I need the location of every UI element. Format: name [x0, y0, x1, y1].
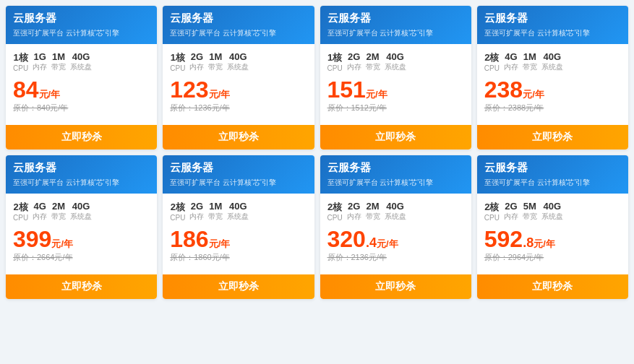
price-integer: 151: [327, 77, 366, 103]
card-subtitle: 至强可扩展平台 云计算核'芯'引擎: [327, 178, 464, 188]
buy-button[interactable]: 立即秒杀: [477, 274, 628, 299]
price-main: 592.8元/年: [484, 228, 621, 251]
price-area: 123元/年 原价：1236元/年: [170, 78, 307, 113]
card-subtitle: 至强可扩展平台 云计算核'芯'引擎: [484, 28, 621, 38]
spec-disk: 40G 系统盘: [227, 51, 249, 72]
price-main: 151元/年: [327, 78, 464, 101]
buy-button[interactable]: 立即秒杀: [320, 274, 471, 299]
specs-row: 2核 CPU 4G 内存 2M 带宽 40G 系统盘: [13, 201, 150, 222]
disk-label: 系统盘: [70, 212, 92, 222]
specs-row: 2核 CPU 4G 内存 1M 带宽 40G 系统盘: [484, 51, 621, 72]
cpu-label: CPU: [327, 64, 343, 72]
spec-cpu: 1核 CPU: [13, 51, 28, 72]
card-body: 1核 CPU 2G 内存 1M 带宽 40G 系统盘: [163, 44, 314, 125]
specs-row: 1核 CPU 2G 内存 1M 带宽 40G 系统盘: [170, 51, 307, 72]
card-body: 1核 CPU 1G 内存 1M 带宽 40G 系统盘: [6, 44, 157, 125]
mem-value: 1G: [33, 51, 46, 62]
spec-mem: 2G 内存: [347, 51, 361, 72]
mem-label: 内存: [33, 212, 47, 222]
spec-disk: 40G 系统盘: [541, 201, 563, 222]
spec-bandwidth: 1M 带宽: [208, 201, 223, 222]
card-title: 云服务器: [327, 161, 464, 175]
price-main: 123元/年: [170, 78, 307, 101]
card-header: 云服务器 至强可扩展平台 云计算核'芯'引擎: [163, 155, 314, 194]
disk-value: 40G: [72, 201, 90, 212]
buy-button[interactable]: 立即秒杀: [163, 274, 314, 299]
mem-value: 4G: [505, 51, 517, 62]
spec-bandwidth: 2M 带宽: [366, 201, 380, 222]
price-decimal: .8: [523, 235, 534, 250]
server-card-3: 云服务器 至强可扩展平台 云计算核'芯'引擎 1核 CPU 2G 内存 2M 带…: [320, 6, 471, 150]
card-title: 云服务器: [327, 12, 464, 25]
buy-button[interactable]: 立即秒杀: [6, 274, 157, 299]
bandwidth-value: 5M: [523, 201, 536, 212]
spec-bandwidth: 1M 带宽: [51, 51, 66, 72]
disk-label: 系统盘: [385, 212, 406, 222]
cpu-label: CPU: [13, 64, 28, 72]
price-main: 320.4元/年: [327, 228, 464, 251]
card-title: 云服务器: [170, 12, 307, 25]
price-unit: 元/年: [366, 89, 387, 100]
bandwidth-label: 带宽: [208, 212, 223, 222]
cpu-value: 2核: [13, 201, 27, 214]
card-body: 1核 CPU 2G 内存 2M 带宽 40G 系统盘: [320, 44, 471, 125]
disk-value: 40G: [544, 201, 562, 212]
price-unit: 元/年: [523, 89, 544, 100]
price-main: 186元/年: [170, 228, 307, 251]
disk-value: 40G: [229, 201, 247, 212]
spec-cpu: 2核 CPU: [484, 51, 500, 72]
cpu-label: CPU: [170, 64, 185, 72]
card-body: 2核 CPU 2G 内存 5M 带宽 40G 系统盘: [477, 194, 628, 274]
price-unit: 元/年: [534, 238, 555, 249]
spec-mem: 1G 内存: [33, 51, 47, 72]
price-original: 原价：2664元/年: [13, 252, 150, 263]
price-area: 320.4元/年 原价：2136元/年: [327, 228, 464, 263]
disk-value: 40G: [544, 51, 562, 62]
mem-label: 内存: [189, 212, 204, 222]
card-subtitle: 至强可扩展平台 云计算核'芯'引擎: [484, 178, 621, 188]
mem-label: 内存: [189, 62, 204, 72]
card-header: 云服务器 至强可扩展平台 云计算核'芯'引擎: [477, 155, 628, 194]
cpu-value: 1核: [327, 51, 342, 64]
card-title: 云服务器: [13, 12, 150, 25]
mem-value: 2G: [191, 51, 203, 62]
price-decimal: .4: [366, 235, 377, 250]
card-subtitle: 至强可扩展平台 云计算核'芯'引擎: [13, 178, 150, 188]
specs-row: 2核 CPU 2G 内存 1M 带宽 40G 系统盘: [170, 201, 307, 222]
cpu-value: 1核: [13, 51, 27, 64]
specs-row: 2核 CPU 2G 内存 2M 带宽 40G 系统盘: [327, 201, 464, 222]
buy-button[interactable]: 立即秒杀: [163, 125, 314, 150]
spec-disk: 40G 系统盘: [541, 51, 563, 72]
server-card-5: 云服务器 至强可扩展平台 云计算核'芯'引擎 2核 CPU 4G 内存 2M 带…: [6, 155, 157, 299]
price-original: 原价：1860元/年: [170, 252, 307, 263]
spec-cpu: 2核 CPU: [484, 201, 500, 222]
price-original: 原价：2388元/年: [484, 103, 621, 113]
server-card-4: 云服务器 至强可扩展平台 云计算核'芯'引擎 2核 CPU 4G 内存 1M 带…: [477, 6, 628, 150]
server-card-2: 云服务器 至强可扩展平台 云计算核'芯'引擎 1核 CPU 2G 内存 1M 带…: [163, 6, 314, 150]
card-header: 云服务器 至强可扩展平台 云计算核'芯'引擎: [320, 155, 471, 194]
card-subtitle: 至强可扩展平台 云计算核'芯'引擎: [327, 28, 464, 38]
price-unit: 元/年: [51, 238, 73, 249]
bandwidth-label: 带宽: [523, 62, 537, 72]
spec-disk: 40G 系统盘: [70, 201, 92, 222]
card-title: 云服务器: [484, 12, 621, 25]
buy-button[interactable]: 立即秒杀: [6, 125, 157, 150]
cpu-label: CPU: [170, 214, 185, 222]
cpu-label: CPU: [13, 214, 28, 222]
buy-button[interactable]: 立即秒杀: [320, 125, 471, 150]
mem-label: 内存: [347, 62, 361, 72]
bandwidth-label: 带宽: [208, 62, 223, 72]
bandwidth-value: 1M: [209, 51, 222, 62]
price-area: 84元/年 原价：840元/年: [13, 78, 150, 113]
spec-mem: 2G 内存: [347, 201, 361, 222]
price-area: 238元/年 原价：2388元/年: [484, 78, 621, 113]
card-title: 云服务器: [13, 161, 150, 175]
spec-cpu: 2核 CPU: [327, 201, 343, 222]
card-body: 2核 CPU 4G 内存 2M 带宽 40G 系统盘: [6, 194, 157, 274]
cpu-label: CPU: [484, 64, 500, 72]
mem-value: 2G: [191, 201, 203, 212]
buy-button[interactable]: 立即秒杀: [477, 125, 628, 150]
spec-bandwidth: 2M 带宽: [366, 51, 380, 72]
card-body: 2核 CPU 2G 内存 2M 带宽 40G 系统盘: [320, 194, 471, 274]
cpu-label: CPU: [327, 214, 343, 222]
